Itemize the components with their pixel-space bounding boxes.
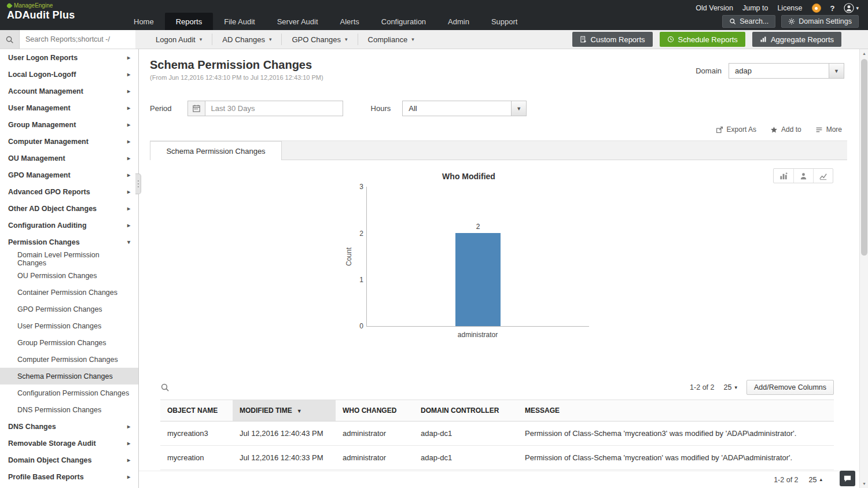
chevron-right-icon: ▸ (127, 121, 130, 128)
nav-file-audit[interactable]: File Audit (213, 13, 266, 30)
sidebar-item-group-permission-changes[interactable]: Group Permission Changes (0, 334, 138, 351)
menu-gpo-changes[interactable]: GPO Changes▾ (281, 34, 357, 45)
nav-configuration[interactable]: Configuration (370, 13, 437, 30)
license-link[interactable]: License (777, 4, 802, 12)
chevron-right-icon: ▸ (127, 205, 130, 212)
column-header-modified-time[interactable]: MODIFIED TIME▼ (233, 400, 336, 422)
chevron-down-icon: ▼ (829, 64, 844, 78)
domain-settings-button[interactable]: Domain Settings (781, 15, 859, 28)
top-users-icon[interactable] (793, 169, 813, 183)
domain-label: Domain (696, 66, 722, 75)
menu-ad-changes[interactable]: AD Changes▾ (212, 34, 281, 45)
calendar-button[interactable] (187, 101, 205, 116)
search-icon-box[interactable] (0, 30, 20, 49)
more-action[interactable]: More (815, 125, 842, 134)
scroll-down-arrow[interactable]: ▼ (860, 479, 868, 488)
sidebar-item-ou-management[interactable]: OU Management▸ (0, 150, 138, 167)
chevron-right-icon: ▸ (127, 188, 130, 195)
table-row[interactable]: mycreation Jul 12,2016 12:40:33 PM admin… (160, 446, 834, 470)
period-label: Period (150, 104, 172, 113)
table-row[interactable]: mycreation3 Jul 12,2016 12:40:43 PM admi… (160, 422, 834, 446)
add-remove-columns-button[interactable]: Add/Remove Columns (746, 380, 834, 395)
sidebar-item-profile-based-reports[interactable]: Profile Based Reports▸ (0, 468, 138, 485)
y-axis-label: Count (344, 187, 354, 327)
sidebar-item-gpo-permission-changes[interactable]: GPO Permission Changes (0, 301, 138, 317)
user-menu[interactable]: ▾ (844, 3, 859, 13)
schedule-reports-button[interactable]: Schedule Reports (660, 32, 745, 47)
sidebar-item-removable-storage-audit[interactable]: Removable Storage Audit▸ (0, 435, 138, 452)
menu-compliance[interactable]: Compliance▾ (358, 34, 424, 45)
hours-select[interactable]: All ▼ (402, 101, 527, 116)
sidebar-item-group-management[interactable]: Group Management▸ (0, 116, 138, 133)
sidebar-item-other-ad-object-changes[interactable]: Other AD Object Changes▸ (0, 200, 138, 217)
nav-server-audit[interactable]: Server Audit (266, 13, 329, 30)
period-input[interactable]: Last 30 Days (205, 101, 343, 116)
sidebar-item-ou-permission-changes[interactable]: OU Permission Changes (0, 267, 138, 284)
results-table: OBJECT NAME MODIFIED TIME▼ WHO CHANGED D… (160, 400, 834, 470)
bar-value-label: 2 (476, 223, 480, 231)
app-logo[interactable]: ManageEngine ADAudit Plus (7, 2, 75, 21)
chevron-down-icon: ▾ (411, 37, 414, 42)
chevron-right-icon: ▸ (127, 105, 130, 111)
sidebar-item-permission-changes[interactable]: Permission Changes▾ (0, 234, 138, 250)
sidebar-item-domain-level-permission-changes[interactable]: Domain Level Permission Changes (0, 250, 138, 267)
sidebar-item-computer-management[interactable]: Computer Management▸ (0, 133, 138, 150)
menu-logon-audit[interactable]: Logon Audit▾ (146, 34, 212, 45)
nav-alerts[interactable]: Alerts (329, 13, 370, 30)
chevron-down-icon: ▾ (345, 37, 348, 42)
sidebar-item-computer-permission-changes[interactable]: Computer Permission Changes (0, 351, 138, 368)
old-version-link[interactable]: Old Version (696, 4, 733, 12)
sidebar-item-account-management[interactable]: Account Management▸ (0, 83, 138, 99)
column-header-message[interactable]: MESSAGE (518, 400, 834, 422)
domain-select[interactable]: adap ▼ (729, 63, 844, 79)
sidebar-item-dns-permission-changes[interactable]: DNS Permission Changes (0, 401, 138, 418)
manageengine-leaf-icon (6, 2, 12, 9)
custom-reports-button[interactable]: Custom Reports (572, 32, 653, 47)
table-header-row: OBJECT NAME MODIFIED TIME▼ WHO CHANGED D… (160, 400, 834, 422)
jump-to-link[interactable]: Jump to (742, 4, 768, 12)
sidebar-item-user-permission-changes[interactable]: User Permission Changes (0, 317, 138, 334)
calendar-icon (192, 104, 201, 113)
sidebar-item-container-permission-changes[interactable]: Container Permission Changes (0, 284, 138, 301)
sidebar-item-gpo-management[interactable]: GPO Management▸ (0, 167, 138, 183)
nav-admin[interactable]: Admin (437, 13, 480, 30)
help-icon[interactable]: ? (830, 4, 835, 13)
table-search-icon[interactable] (160, 383, 170, 392)
sidebar-item-configuration-auditing[interactable]: Configuration Auditing▸ (0, 217, 138, 234)
export-as-action[interactable]: Export As (716, 125, 756, 134)
nav-reports[interactable]: Reports (165, 13, 214, 30)
sidebar-item-schema-permission-changes[interactable]: Schema Permission Changes (0, 368, 138, 385)
chevron-down-icon: ▼ (511, 101, 526, 116)
sidebar-item-dns-changes[interactable]: DNS Changes▸ (0, 418, 138, 435)
line-chart-icon[interactable] (813, 169, 833, 183)
notification-icon[interactable] (812, 3, 821, 13)
footer-page-size-dropdown[interactable]: 25▴ (809, 476, 822, 484)
scrollbar-thumb[interactable] (861, 59, 867, 256)
aggregate-reports-button[interactable]: Aggregate Reports (752, 32, 841, 47)
nav-support[interactable]: Support (480, 13, 529, 30)
tab-schema-permission-changes[interactable]: Schema Permission Changes (150, 141, 282, 160)
column-header-who-changed[interactable]: WHO CHANGED (336, 400, 414, 422)
sidebar-collapse-handle[interactable] (135, 173, 141, 194)
manageengine-brand: ManageEngine (7, 2, 75, 9)
search-reports-input[interactable] (20, 30, 135, 49)
nav-home[interactable]: Home (123, 13, 165, 30)
sidebar-item-user-logon-reports[interactable]: User Logon Reports▸ (0, 49, 138, 66)
feedback-chat-button[interactable] (840, 471, 855, 486)
page-size-dropdown[interactable]: 25▾ (724, 383, 737, 391)
footer-pagination-status: 1-2 of 2 (774, 476, 798, 484)
scroll-up-arrow[interactable]: ▲ (860, 49, 868, 58)
bar-chart-icon[interactable] (774, 169, 793, 183)
column-header-domain-controller[interactable]: DOMAIN CONTROLLER (414, 400, 518, 422)
sidebar-item-configuration-permission-changes[interactable]: Configuration Permission Changes (0, 385, 138, 401)
app-title: ADAudit Plus (7, 9, 75, 21)
sidebar-item-advanced-gpo-reports[interactable]: Advanced GPO Reports▸ (0, 183, 138, 200)
global-search-button[interactable]: Search... (722, 15, 775, 28)
sidebar-item-domain-object-changes[interactable]: Domain Object Changes▸ (0, 452, 138, 468)
sidebar-item-user-management[interactable]: User Management▸ (0, 99, 138, 116)
add-to-action[interactable]: Add to (770, 125, 801, 134)
column-header-object-name[interactable]: OBJECT NAME (160, 400, 233, 422)
results-table-section: 1-2 of 2 25▾ Add/Remove Columns OBJECT N… (160, 375, 834, 470)
sidebar-item-local-logon-logoff[interactable]: Local Logon-Logoff▸ (0, 66, 138, 83)
bar[interactable] (455, 233, 501, 326)
